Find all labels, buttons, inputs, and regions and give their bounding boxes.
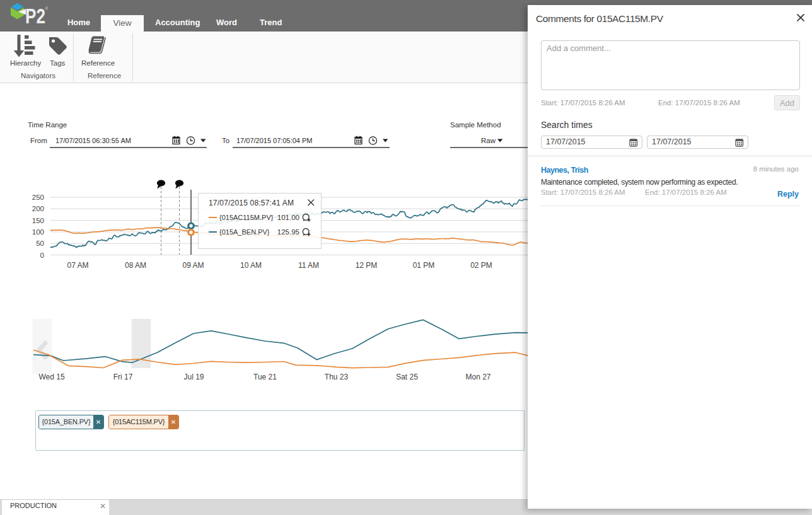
svg-text:01 PM: 01 PM — [413, 261, 435, 270]
svg-text:0: 0 — [40, 252, 44, 259]
svg-text:Jul 19: Jul 19 — [183, 373, 204, 381]
svg-text:150: 150 — [32, 217, 44, 224]
svg-text:100: 100 — [32, 228, 44, 236]
svg-text:Wed 15: Wed 15 — [38, 373, 64, 381]
svg-text:50: 50 — [36, 240, 44, 247]
svg-text:Thu 23: Thu 23 — [325, 373, 349, 381]
svg-text:Sat 25: Sat 25 — [396, 373, 418, 381]
svg-text:11 AM: 11 AM — [298, 261, 319, 270]
svg-text:08 AM: 08 AM — [125, 261, 146, 270]
svg-text:02 PM: 02 PM — [470, 261, 492, 270]
svg-text:Fri 17: Fri 17 — [113, 373, 133, 381]
svg-text:Tue 21: Tue 21 — [253, 373, 277, 381]
svg-text:10 AM: 10 AM — [240, 261, 262, 270]
svg-text:07 AM: 07 AM — [67, 261, 88, 270]
svg-text:12 PM: 12 PM — [356, 261, 378, 270]
svg-text:09 AM: 09 AM — [182, 261, 204, 270]
svg-text:Mon 27: Mon 27 — [465, 373, 490, 381]
svg-text:200: 200 — [32, 205, 44, 212]
svg-text:250: 250 — [32, 194, 44, 201]
